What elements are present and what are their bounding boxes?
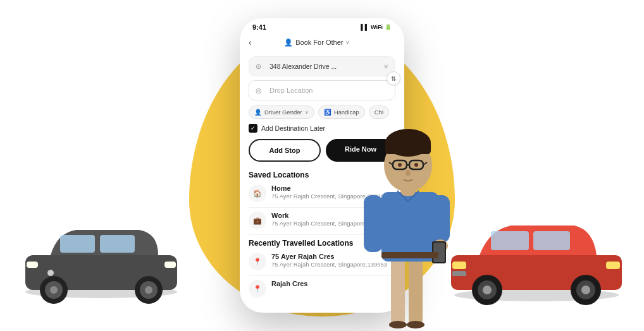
svg-point-22 [581,286,590,294]
svg-point-46 [414,163,418,167]
chevron-down-icon: ∨ [345,39,350,45]
person-icon: 👤 [254,109,262,116]
svg-rect-11 [164,262,176,268]
svg-rect-48 [381,252,438,258]
handicap-icon: ♿ [324,109,331,116]
add-destination-checkbox[interactable]: ✓ [249,124,257,133]
svg-point-45 [398,163,402,167]
driver-gender-label: Driver Gender [264,109,302,116]
svg-rect-26 [391,255,405,325]
add-destination-label: Add Destination Later [261,124,325,132]
status-icons: ▌▌ WiFi 🔋 [361,24,392,30]
svg-point-47 [406,170,411,176]
drop-icon: ◎ [256,87,262,95]
svg-rect-39 [385,141,431,154]
status-bar: 9:41 ▌▌ WiFi 🔋 [240,18,404,31]
svg-point-29 [407,321,424,328]
svg-rect-24 [606,262,620,269]
svg-rect-2 [60,235,95,253]
svg-rect-15 [491,231,529,250]
work-icon: 💼 [249,212,266,229]
svg-rect-3 [100,235,135,253]
location-pin-icon: 📍 [249,253,266,270]
svg-point-19 [483,286,492,294]
book-for-other-label: Book For Other [295,39,343,46]
home-icon: 🏠 [249,184,266,202]
svg-rect-16 [533,231,570,250]
svg-rect-31 [364,195,383,252]
svg-point-28 [389,321,407,328]
person-figure [340,78,473,331]
svg-rect-32 [431,195,450,243]
svg-rect-30 [381,192,438,262]
back-button[interactable]: ‹ [249,37,252,47]
add-stop-button[interactable]: Add Stop [249,139,321,162]
svg-rect-27 [409,255,423,325]
pickup-input[interactable]: ⊙ 348 Alexander Drive ... ✕ [249,56,395,76]
svg-point-6 [50,286,58,294]
driver-gender-filter[interactable]: 👤 Driver Gender ∨ [249,105,314,119]
book-for-other-button[interactable]: 👤 Book For Other ∨ [284,39,350,47]
drop-placeholder: Drop Location [269,87,313,94]
pickup-icon: ⊙ [256,63,261,71]
svg-rect-10 [27,262,38,268]
pickup-value: 348 Alexander Drive ... [269,63,337,70]
clear-pickup-button[interactable]: ✕ [383,63,388,70]
status-time: 9:41 [252,23,266,31]
scene: 9:41 ▌▌ WiFi 🔋 ‹ 👤 Book For Other ∨ [0,0,644,331]
car-left [13,192,190,306]
chevron-down-icon: ∨ [305,109,309,115]
svg-point-9 [145,286,152,294]
phone-header: ‹ 👤 Book For Other ∨ [249,35,395,50]
person-icon: 👤 [284,39,293,47]
svg-point-12 [47,270,54,276]
location-pin-icon: 📍 [249,280,266,298]
